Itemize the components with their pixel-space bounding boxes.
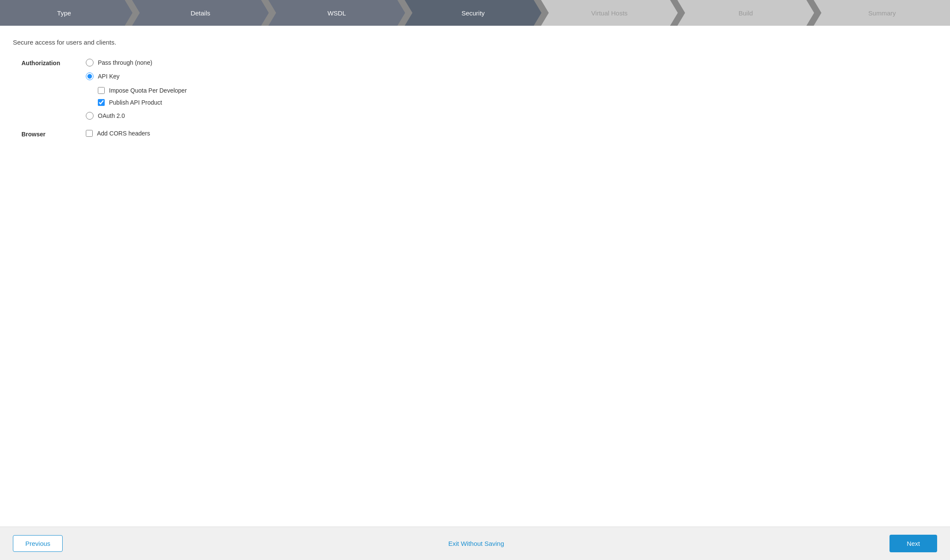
cors-option[interactable]: Add CORS headers [86,130,150,137]
api-key-sub-options: Impose Quota Per Developer Publish API P… [86,87,187,106]
step-summary[interactable]: Summary [814,0,950,26]
publish-api-label: Publish API Product [109,99,162,106]
next-button[interactable]: Next [889,535,937,552]
oauth2-option[interactable]: OAuth 2.0 [86,112,187,120]
step-build[interactable]: Build [678,0,814,26]
exit-without-saving-button[interactable]: Exit Without Saving [448,540,504,547]
footer: Previous Exit Without Saving Next [0,527,950,560]
steps-bar: Type Details WSDL Security Virtual Hosts… [0,0,950,26]
pass-through-label: Pass through (none) [98,59,152,66]
authorization-row: Authorization Pass through (none) API Ke… [21,59,937,120]
api-key-radio[interactable] [86,72,94,80]
step-virtual-hosts[interactable]: Virtual Hosts [541,0,678,26]
pass-through-radio[interactable] [86,59,94,66]
previous-button[interactable]: Previous [13,535,63,552]
impose-quota-label: Impose Quota Per Developer [109,87,187,94]
step-details[interactable]: Details [132,0,269,26]
authorization-label: Authorization [21,59,73,66]
browser-controls: Add CORS headers [86,130,150,137]
impose-quota-checkbox[interactable] [98,87,105,94]
impose-quota-option[interactable]: Impose Quota Per Developer [98,87,187,94]
browser-row: Browser Add CORS headers [21,130,937,138]
step-wsdl[interactable]: WSDL [268,0,405,26]
form-section: Authorization Pass through (none) API Ke… [13,59,937,138]
cors-checkbox[interactable] [86,130,93,137]
publish-api-option[interactable]: Publish API Product [98,99,187,106]
oauth2-radio[interactable] [86,112,94,120]
step-security[interactable]: Security [405,0,542,26]
api-key-option[interactable]: API Key [86,72,187,80]
oauth2-label: OAuth 2.0 [98,112,125,119]
pass-through-option[interactable]: Pass through (none) [86,59,187,66]
cors-label: Add CORS headers [97,130,150,137]
step-type[interactable]: Type [0,0,133,26]
page-description: Secure access for users and clients. [13,39,937,46]
main-content: Secure access for users and clients. Aut… [0,26,950,527]
authorization-controls: Pass through (none) API Key Impose Quota… [86,59,187,120]
publish-api-checkbox[interactable] [98,99,105,106]
browser-label: Browser [21,130,73,138]
api-key-label: API Key [98,73,120,80]
